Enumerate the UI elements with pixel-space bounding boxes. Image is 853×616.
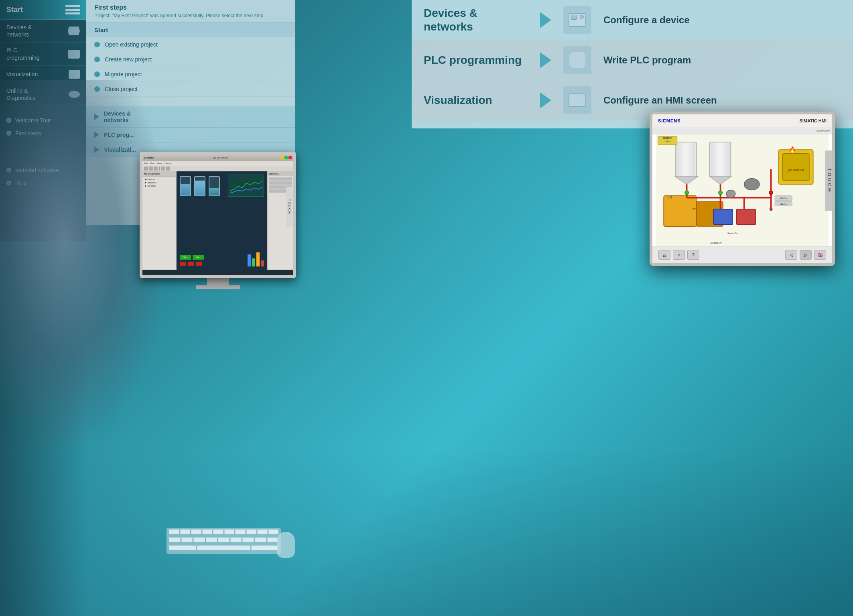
spacebar[interactable] <box>197 545 251 550</box>
help-label: Help <box>15 180 27 186</box>
menu-item[interactable]: Online <box>165 162 171 165</box>
key[interactable] <box>193 537 205 542</box>
close-project-item[interactable]: Close project <box>86 82 295 97</box>
key[interactable] <box>242 537 254 542</box>
sidebar-header[interactable]: Start <box>0 0 86 20</box>
key[interactable] <box>224 529 235 534</box>
mouse[interactable] <box>277 532 295 558</box>
sidebar-separator <box>0 106 86 114</box>
key-wide[interactable] <box>169 545 196 550</box>
menu-item[interactable]: View <box>157 162 162 165</box>
workflow-plc-icon <box>563 46 591 74</box>
sidebar-item-plc[interactable]: PLCprogramming <box>0 43 86 65</box>
key[interactable] <box>257 529 268 534</box>
svg-rect-7 <box>676 143 696 177</box>
nav-item[interactable]: ▶ Devices <box>144 178 175 181</box>
chart-area <box>228 175 264 197</box>
close-dot <box>94 86 100 92</box>
key[interactable] <box>218 537 229 542</box>
migrate-project-item[interactable]: Migrate project <box>86 67 295 82</box>
svg-rect-21 <box>713 209 733 224</box>
bar-3 <box>256 252 260 266</box>
hmi-screen: Overview gas container <box>652 127 832 246</box>
close-btn[interactable] <box>288 156 292 159</box>
hmi-footer: ⌂ ○ ? ◁ ▷ 🇬🇧 <box>652 246 832 263</box>
stop-btn-2[interactable] <box>188 262 194 266</box>
svg-point-19 <box>719 191 723 195</box>
help-btn[interactable]: ? <box>687 250 699 260</box>
key[interactable] <box>191 529 201 534</box>
sidebar-installed[interactable]: Installed software <box>0 164 86 177</box>
devices-center-item[interactable]: Devices &networks <box>86 106 295 128</box>
monitor-stand <box>207 278 229 285</box>
sidebar-subitem-firststeps[interactable]: First steps <box>0 127 86 140</box>
key[interactable] <box>268 529 279 534</box>
sidebar-item-visualization[interactable]: Visualization <box>0 66 86 83</box>
hmi-panel: SIEMENS SIMATIC HMI Overview gas contain… <box>650 112 835 266</box>
workflow-plc-action: Write PLC program <box>603 55 691 66</box>
diagnostics-icon <box>69 91 80 98</box>
start-btn-2[interactable]: Start <box>193 255 204 260</box>
key-wide-2[interactable] <box>251 545 278 550</box>
overview-label: Overview <box>816 129 830 132</box>
create-project-item[interactable]: Create new project <box>86 52 295 67</box>
mouse-divider <box>286 535 286 545</box>
vis-arrow <box>94 146 99 153</box>
open-project-item[interactable]: Open existing project <box>86 37 295 52</box>
flag-btn[interactable]: 🇬🇧 <box>814 250 826 260</box>
key[interactable] <box>180 529 191 534</box>
key[interactable] <box>169 537 181 542</box>
key[interactable] <box>169 529 179 534</box>
bar-2 <box>252 258 255 266</box>
stop-btn-3[interactable] <box>196 262 202 266</box>
toolbar-btn[interactable] <box>166 167 170 171</box>
home-btn[interactable]: ⌂ <box>658 250 670 260</box>
svg-text:(*1): (*1) <box>668 195 672 199</box>
firststeps-label: First steps <box>15 130 41 136</box>
toolbar-sep <box>159 167 160 171</box>
next-btn[interactable]: ▷ <box>800 250 812 260</box>
workflow-plc-title: PLC programming <box>424 53 528 67</box>
prop-item <box>269 177 292 181</box>
hmi-nav-right: ◁ ▷ 🇬🇧 <box>785 250 826 260</box>
sidebar-help[interactable]: Help <box>0 177 86 189</box>
key[interactable] <box>235 529 246 534</box>
plc-center-item[interactable]: PLC prog... <box>86 128 295 142</box>
toolbar-btn[interactable] <box>149 167 153 171</box>
key[interactable] <box>202 529 213 534</box>
open-dot <box>94 42 100 47</box>
hmi-header: SIEMENS SIMATIC HMI <box>652 114 832 127</box>
nav-item[interactable]: ▶ Networks <box>144 181 175 184</box>
menu-item[interactable]: Edit <box>150 162 154 165</box>
menu-item[interactable]: File <box>144 162 148 165</box>
workflow-step-plc[interactable]: PLC programming Write PLC program <box>412 40 853 80</box>
sidebar-item-online[interactable]: Online &Diagnostics <box>0 83 86 106</box>
toolbar-btn[interactable] <box>154 167 158 171</box>
tia-main-area: My 1st project ▶ Devices ▶ Networks ▶ Sc… <box>142 171 293 270</box>
sidebar-gap <box>0 140 86 164</box>
migrate-project-label: Migrate project <box>105 71 142 77</box>
key[interactable] <box>255 537 266 542</box>
toolbar-btn[interactable] <box>144 167 148 171</box>
workflow-devices-icon <box>563 6 591 34</box>
workflow-step-devices[interactable]: Devices &networks Configure a device <box>412 0 853 40</box>
key[interactable] <box>181 537 193 542</box>
prev-btn[interactable]: ◁ <box>785 250 797 260</box>
key[interactable] <box>246 529 257 534</box>
start-btn[interactable]: Start <box>180 255 191 260</box>
sidebar-item-devices[interactable]: Devices &networks <box>0 20 86 43</box>
circle-btn[interactable]: ○ <box>673 250 685 260</box>
tia-nav-tree: My 1st project ▶ Devices ▶ Networks ▶ Sc… <box>142 171 177 270</box>
maximize-btn[interactable] <box>284 156 288 159</box>
key[interactable] <box>206 537 217 542</box>
tia-toolbar <box>142 166 293 171</box>
welcome-label: Welcome Tour <box>15 117 51 124</box>
create-project-label: Create new project <box>105 56 152 63</box>
key[interactable] <box>213 529 223 534</box>
stop-btn[interactable] <box>180 262 186 266</box>
nav-item[interactable]: ▶ Screens <box>144 184 175 187</box>
minimize-btn[interactable] <box>280 156 284 159</box>
sidebar-subitem-welcome[interactable]: Welcome Tour <box>0 114 86 127</box>
toolbar-btn[interactable] <box>161 167 165 171</box>
key[interactable] <box>230 537 242 542</box>
